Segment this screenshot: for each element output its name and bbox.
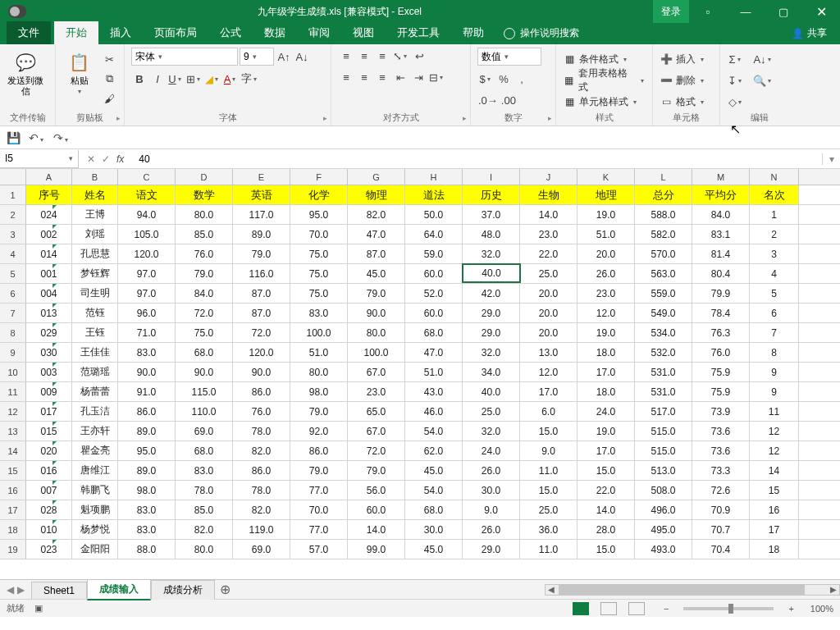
cell[interactable]: 18 xyxy=(750,540,799,559)
cell[interactable]: 25.0 xyxy=(520,500,578,519)
sheet-tab-analysis[interactable]: 成绩分析 xyxy=(151,580,215,600)
cell[interactable]: 47.0 xyxy=(348,225,405,244)
cell[interactable]: 72.0 xyxy=(176,304,233,322)
cell[interactable]: 116.0 xyxy=(233,264,290,283)
cell[interactable]: 26.0 xyxy=(463,520,520,539)
cell[interactable]: 493.0 xyxy=(635,540,692,559)
row-header[interactable]: 15 xyxy=(0,461,26,480)
cell[interactable]: 105.0 xyxy=(118,225,176,244)
cell[interactable]: 87.0 xyxy=(348,244,405,263)
cell[interactable]: 15.0 xyxy=(578,461,635,480)
cell[interactable]: 559.0 xyxy=(635,284,692,303)
cell[interactable]: 王佳佳 xyxy=(72,343,118,362)
cell[interactable]: 孔玉洁 xyxy=(72,402,118,421)
cell[interactable]: 98.0 xyxy=(118,481,176,500)
grow-font-icon[interactable]: A↑ xyxy=(276,48,292,65)
row-header[interactable]: 10 xyxy=(0,363,26,381)
cell[interactable]: 73.6 xyxy=(692,441,750,460)
cell[interactable]: 24.0 xyxy=(463,441,520,460)
row-header[interactable]: 7 xyxy=(0,304,26,322)
cell[interactable]: 90.0 xyxy=(348,304,405,322)
font-color-button[interactable]: A▾ xyxy=(222,71,239,87)
cell[interactable]: 6.0 xyxy=(520,402,578,421)
cell[interactable]: 68.0 xyxy=(176,343,233,362)
cell[interactable]: 79.0 xyxy=(290,461,348,480)
cell[interactable]: 67.0 xyxy=(348,363,405,381)
cell[interactable]: 29.0 xyxy=(463,540,520,559)
cell[interactable]: 8 xyxy=(750,343,799,362)
number-format-select[interactable]: 数值▾ xyxy=(477,48,541,66)
cell[interactable]: 70.0 xyxy=(290,500,348,519)
cell[interactable]: 119.0 xyxy=(233,520,290,539)
cell[interactable]: 90.0 xyxy=(233,363,290,381)
cell[interactable]: 57.0 xyxy=(290,540,348,559)
cell[interactable]: 81.4 xyxy=(692,244,750,263)
cell[interactable]: 51.0 xyxy=(405,363,463,381)
cell[interactable]: 002 xyxy=(26,225,72,244)
cell[interactable]: 96.0 xyxy=(118,304,176,322)
cell[interactable]: 范璐瑶 xyxy=(72,363,118,381)
cell[interactable]: 11.0 xyxy=(520,461,578,480)
cell[interactable]: 534.0 xyxy=(635,323,692,342)
cell[interactable]: 16 xyxy=(750,500,799,519)
cell[interactable]: 26.0 xyxy=(463,461,520,480)
fx-icon[interactable]: fx xyxy=(116,153,124,165)
cell[interactable]: 72.0 xyxy=(233,323,290,342)
cell[interactable]: 22.0 xyxy=(578,481,635,500)
cell[interactable]: 82.0 xyxy=(348,205,405,224)
font-name-select[interactable]: 宋体▾ xyxy=(131,48,238,66)
cell[interactable]: 77.0 xyxy=(290,520,348,539)
cell[interactable]: 23.0 xyxy=(578,284,635,303)
cell[interactable]: 62.0 xyxy=(405,441,463,460)
cell[interactable]: 83.0 xyxy=(290,304,348,322)
dec-decimal-icon[interactable]: .00 xyxy=(500,92,517,108)
row-header[interactable]: 4 xyxy=(0,244,26,263)
orientation-icon[interactable]: ⤡▾ xyxy=(392,48,409,64)
cell[interactable]: 23.0 xyxy=(348,382,405,401)
cell[interactable]: 12 xyxy=(750,441,799,460)
clipboard-launcher-icon[interactable]: ▸ xyxy=(116,114,121,122)
paste-button[interactable]: 📋粘贴▾ xyxy=(62,48,96,95)
share-button[interactable]: 👤 共享 xyxy=(778,22,840,44)
row-header[interactable]: 18 xyxy=(0,520,26,539)
row-header[interactable]: 12 xyxy=(0,402,26,421)
align-launcher-icon[interactable]: ▸ xyxy=(463,114,467,122)
cell[interactable]: 2 xyxy=(750,225,799,244)
cell[interactable]: 83.1 xyxy=(692,225,750,244)
cell[interactable]: 97.0 xyxy=(118,264,176,283)
cell[interactable]: 30.0 xyxy=(463,481,520,500)
cell[interactable]: 王博 xyxy=(72,205,118,224)
zoom-slider[interactable] xyxy=(683,607,774,610)
cell[interactable]: 78.0 xyxy=(176,481,233,500)
cell[interactable]: 83.0 xyxy=(118,520,176,539)
cell[interactable]: 588.0 xyxy=(635,205,692,224)
row-header[interactable]: 16 xyxy=(0,481,26,500)
cell[interactable]: 名次 xyxy=(750,185,799,204)
cell[interactable]: 23.0 xyxy=(520,225,578,244)
align-center-icon[interactable]: ≡ xyxy=(356,69,372,85)
cell[interactable]: 60.0 xyxy=(405,264,463,283)
cell[interactable]: 029 xyxy=(26,323,72,342)
tab-view[interactable]: 视图 xyxy=(341,21,386,44)
column-header-E[interactable]: E xyxy=(233,169,290,185)
cell[interactable]: 平均分 xyxy=(692,185,750,204)
format-painter-icon[interactable]: 🖌 xyxy=(101,90,117,107)
cell[interactable]: 97.0 xyxy=(118,284,176,303)
row-header[interactable]: 9 xyxy=(0,343,26,362)
cell[interactable]: 化学 xyxy=(290,185,348,204)
cell[interactable]: 60.0 xyxy=(348,500,405,519)
cell[interactable]: 4 xyxy=(750,264,799,283)
cell[interactable]: 532.0 xyxy=(635,343,692,362)
cell[interactable]: 34.0 xyxy=(463,363,520,381)
cell[interactable]: 117.0 xyxy=(233,205,290,224)
cell[interactable]: 30.0 xyxy=(405,520,463,539)
cell[interactable]: 47.0 xyxy=(405,343,463,362)
cell[interactable]: 80.0 xyxy=(348,323,405,342)
cell[interactable]: 76.0 xyxy=(176,244,233,263)
cell[interactable]: 016 xyxy=(26,461,72,480)
align-top-icon[interactable]: ≡ xyxy=(338,48,354,64)
cell[interactable]: 028 xyxy=(26,500,72,519)
cell[interactable]: 90.0 xyxy=(118,363,176,381)
indent-inc-icon[interactable]: ⇥ xyxy=(410,69,427,85)
cell[interactable]: 120.0 xyxy=(233,343,290,362)
